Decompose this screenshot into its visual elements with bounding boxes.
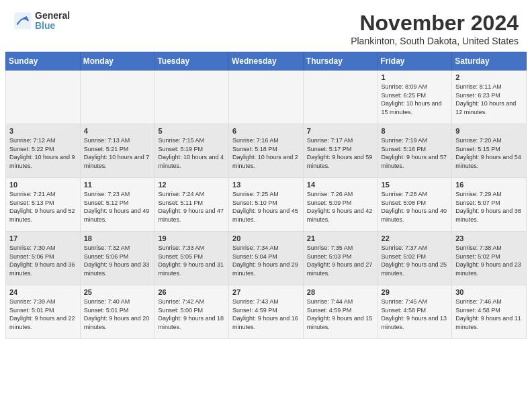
day-info: Sunrise: 7:45 AM Sunset: 4:58 PM Dayligh…	[382, 298, 449, 331]
table-row: 16Sunrise: 7:29 AM Sunset: 5:07 PM Dayli…	[452, 178, 527, 232]
table-row: 10Sunrise: 7:21 AM Sunset: 5:13 PM Dayli…	[6, 178, 81, 232]
table-row: 11Sunrise: 7:23 AM Sunset: 5:12 PM Dayli…	[80, 178, 154, 232]
day-number: 21	[307, 234, 374, 242]
table-row: 20Sunrise: 7:34 AM Sunset: 5:04 PM Dayli…	[229, 232, 304, 285]
day-number: 10	[9, 181, 77, 189]
day-number: 20	[232, 234, 300, 242]
logo-general: General	[35, 11, 70, 21]
day-info: Sunrise: 7:34 AM Sunset: 5:04 PM Dayligh…	[232, 244, 300, 277]
day-number: 16	[455, 181, 523, 189]
day-info: Sunrise: 7:12 AM Sunset: 5:22 PM Dayligh…	[9, 136, 77, 170]
table-row: 6Sunrise: 7:16 AM Sunset: 5:18 PM Daylig…	[229, 124, 304, 178]
table-row: 21Sunrise: 7:35 AM Sunset: 5:03 PM Dayli…	[303, 232, 378, 285]
day-number: 22	[382, 234, 449, 242]
table-row: 12Sunrise: 7:24 AM Sunset: 5:11 PM Dayli…	[154, 178, 229, 232]
day-number: 17	[9, 234, 77, 242]
day-info: Sunrise: 7:32 AM Sunset: 5:06 PM Dayligh…	[84, 244, 151, 277]
table-row: 1Sunrise: 8:09 AM Sunset: 6:25 PM Daylig…	[378, 71, 452, 124]
table-row	[303, 71, 378, 124]
day-info: Sunrise: 7:19 AM Sunset: 5:16 PM Dayligh…	[382, 136, 449, 170]
table-row	[229, 71, 304, 124]
day-number: 7	[307, 127, 374, 135]
day-info: Sunrise: 7:17 AM Sunset: 5:17 PM Dayligh…	[307, 136, 374, 170]
table-row: 30Sunrise: 7:46 AM Sunset: 4:58 PM Dayli…	[452, 285, 527, 339]
day-info: Sunrise: 7:28 AM Sunset: 5:08 PM Dayligh…	[382, 190, 449, 224]
day-info: Sunrise: 7:29 AM Sunset: 5:07 PM Dayligh…	[455, 190, 523, 224]
logo-icon	[13, 11, 32, 30]
table-row: 25Sunrise: 7:40 AM Sunset: 5:01 PM Dayli…	[80, 285, 154, 339]
day-info: Sunrise: 8:11 AM Sunset: 6:23 PM Dayligh…	[455, 83, 523, 116]
day-number: 11	[84, 181, 151, 189]
page-header: General Blue November 2024 Plankinton, S…	[0, 0, 532, 52]
table-row	[154, 71, 229, 124]
day-number: 9	[455, 127, 523, 135]
day-info: Sunrise: 7:46 AM Sunset: 4:58 PM Dayligh…	[455, 298, 523, 331]
day-info: Sunrise: 7:25 AM Sunset: 5:10 PM Dayligh…	[232, 190, 300, 224]
table-row: 26Sunrise: 7:42 AM Sunset: 5:00 PM Dayli…	[154, 285, 229, 339]
day-number: 19	[158, 234, 225, 242]
day-info: Sunrise: 8:09 AM Sunset: 6:25 PM Dayligh…	[382, 83, 449, 116]
calendar: Sunday Monday Tuesday Wednesday Thursday…	[5, 52, 527, 339]
day-info: Sunrise: 7:33 AM Sunset: 5:05 PM Dayligh…	[158, 244, 225, 277]
day-info: Sunrise: 7:39 AM Sunset: 5:01 PM Dayligh…	[9, 298, 77, 331]
day-number: 14	[307, 181, 374, 189]
table-row: 2Sunrise: 8:11 AM Sunset: 6:23 PM Daylig…	[452, 71, 527, 124]
day-info: Sunrise: 7:20 AM Sunset: 5:15 PM Dayligh…	[455, 136, 523, 170]
calendar-week-row: 10Sunrise: 7:21 AM Sunset: 5:13 PM Dayli…	[6, 178, 527, 232]
table-row: 13Sunrise: 7:25 AM Sunset: 5:10 PM Dayli…	[229, 178, 304, 232]
day-number: 28	[307, 288, 374, 296]
table-row	[80, 71, 154, 124]
day-number: 26	[158, 288, 225, 296]
day-info: Sunrise: 7:43 AM Sunset: 4:59 PM Dayligh…	[232, 298, 300, 331]
table-row: 4Sunrise: 7:13 AM Sunset: 5:21 PM Daylig…	[80, 124, 154, 178]
table-row: 27Sunrise: 7:43 AM Sunset: 4:59 PM Dayli…	[229, 285, 304, 339]
table-row: 18Sunrise: 7:32 AM Sunset: 5:06 PM Dayli…	[80, 232, 154, 285]
day-info: Sunrise: 7:16 AM Sunset: 5:18 PM Dayligh…	[232, 136, 300, 170]
calendar-week-row: 17Sunrise: 7:30 AM Sunset: 5:06 PM Dayli…	[6, 232, 527, 285]
table-row: 17Sunrise: 7:30 AM Sunset: 5:06 PM Dayli…	[6, 232, 81, 285]
day-number: 3	[9, 127, 77, 135]
table-row: 15Sunrise: 7:28 AM Sunset: 5:08 PM Dayli…	[378, 178, 452, 232]
day-number: 4	[84, 127, 151, 135]
day-number: 18	[84, 234, 151, 242]
table-row: 23Sunrise: 7:38 AM Sunset: 5:02 PM Dayli…	[452, 232, 527, 285]
day-number: 30	[455, 288, 523, 296]
logo-text: General Blue	[35, 11, 70, 32]
title-area: November 2024 Plankinton, South Dakota, …	[351, 11, 519, 46]
table-row: 24Sunrise: 7:39 AM Sunset: 5:01 PM Dayli…	[6, 285, 81, 339]
table-row: 14Sunrise: 7:26 AM Sunset: 5:09 PM Dayli…	[303, 178, 378, 232]
header-monday: Monday	[80, 52, 154, 71]
table-row: 29Sunrise: 7:45 AM Sunset: 4:58 PM Dayli…	[378, 285, 452, 339]
location: Plankinton, South Dakota, United States	[351, 36, 519, 46]
logo-blue: Blue	[35, 21, 70, 31]
day-number: 12	[158, 181, 225, 189]
month-title: November 2024	[351, 11, 519, 36]
day-info: Sunrise: 7:23 AM Sunset: 5:12 PM Dayligh…	[84, 190, 151, 224]
day-info: Sunrise: 7:26 AM Sunset: 5:09 PM Dayligh…	[307, 190, 374, 224]
table-row: 8Sunrise: 7:19 AM Sunset: 5:16 PM Daylig…	[378, 124, 452, 178]
day-info: Sunrise: 7:15 AM Sunset: 5:19 PM Dayligh…	[158, 136, 225, 170]
logo: General Blue	[13, 11, 70, 32]
day-number: 24	[9, 288, 77, 296]
day-info: Sunrise: 7:37 AM Sunset: 5:02 PM Dayligh…	[382, 244, 449, 277]
table-row: 7Sunrise: 7:17 AM Sunset: 5:17 PM Daylig…	[303, 124, 378, 178]
day-number: 29	[382, 288, 449, 296]
header-sunday: Sunday	[6, 52, 81, 71]
day-number: 25	[84, 288, 151, 296]
day-info: Sunrise: 7:42 AM Sunset: 5:00 PM Dayligh…	[158, 298, 225, 331]
day-number: 13	[232, 181, 300, 189]
day-number: 27	[232, 288, 300, 296]
day-number: 1	[382, 73, 449, 81]
day-info: Sunrise: 7:24 AM Sunset: 5:11 PM Dayligh…	[158, 190, 225, 224]
calendar-week-row: 1Sunrise: 8:09 AM Sunset: 6:25 PM Daylig…	[6, 71, 527, 124]
header-thursday: Thursday	[303, 52, 378, 71]
day-info: Sunrise: 7:40 AM Sunset: 5:01 PM Dayligh…	[84, 298, 151, 331]
table-row: 3Sunrise: 7:12 AM Sunset: 5:22 PM Daylig…	[6, 124, 81, 178]
calendar-header-row: Sunday Monday Tuesday Wednesday Thursday…	[6, 52, 527, 71]
day-info: Sunrise: 7:44 AM Sunset: 4:59 PM Dayligh…	[307, 298, 374, 331]
day-number: 2	[455, 73, 523, 81]
day-number: 5	[158, 127, 225, 135]
table-row: 22Sunrise: 7:37 AM Sunset: 5:02 PM Dayli…	[378, 232, 452, 285]
calendar-week-row: 3Sunrise: 7:12 AM Sunset: 5:22 PM Daylig…	[6, 124, 527, 178]
table-row: 19Sunrise: 7:33 AM Sunset: 5:05 PM Dayli…	[154, 232, 229, 285]
